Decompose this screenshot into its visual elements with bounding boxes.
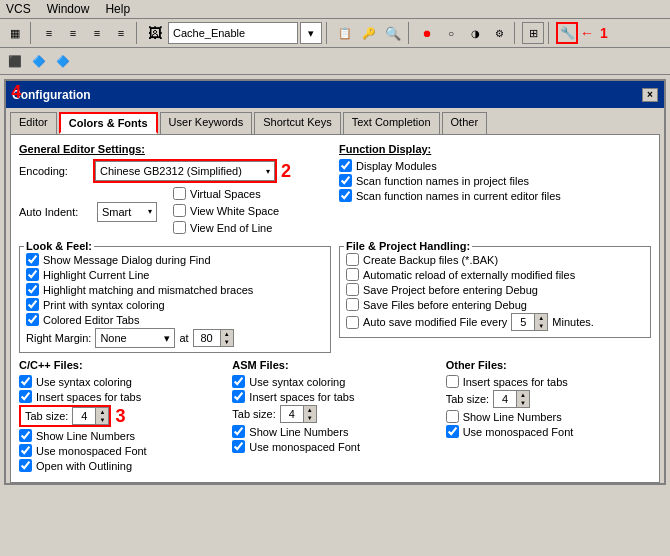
tab-editor[interactable]: Editor	[10, 112, 57, 134]
highlight-braces-label: Highlight matching and mismatched braces	[43, 284, 253, 296]
cache-combo[interactable]: Cache_Enable	[168, 22, 298, 44]
toolbar-btn-search[interactable]: 🔍	[382, 22, 404, 44]
menu-vcs[interactable]: VCS	[6, 2, 31, 16]
tab-text-completion[interactable]: Text Completion	[343, 112, 440, 134]
cpp-linenums-check[interactable]	[19, 429, 32, 442]
auto-indent-row: Auto Indent: Smart ▾ Virtual Spaces View…	[19, 187, 331, 236]
asm-spaces-check[interactable]	[232, 390, 245, 403]
toolbar-btn-1[interactable]: ▦	[4, 22, 26, 44]
indent-dropdown[interactable]: Smart ▾	[97, 202, 157, 222]
toolbar-btn-red[interactable]: ⏺	[416, 22, 438, 44]
cpp-syntax-row: Use syntax coloring	[19, 375, 224, 388]
highlight-line-check[interactable]	[26, 268, 39, 281]
asm-tabsize-value[interactable]	[280, 405, 304, 423]
toolbar2-btn-3[interactable]: 🔷	[52, 50, 74, 72]
toolbar-btn-5[interactable]: ≡	[110, 22, 132, 44]
other-spaces-check[interactable]	[446, 375, 459, 388]
view-whitespace-row: View White Space	[173, 204, 279, 217]
tab-user-keywords[interactable]: User Keywords	[160, 112, 253, 134]
cpp-syntax-label: Use syntax coloring	[36, 376, 132, 388]
cpp-spin-up[interactable]: ▲	[96, 408, 108, 416]
dialog-titlebar: Configuration 4 ×	[6, 81, 664, 108]
toolbar-btn-4[interactable]: ≡	[86, 22, 108, 44]
asm-monospaced-check[interactable]	[232, 440, 245, 453]
menu-help[interactable]: Help	[105, 2, 130, 16]
save-files-check[interactable]	[346, 298, 359, 311]
asm-spin-up[interactable]: ▲	[304, 406, 316, 414]
auto-reload-check[interactable]	[346, 268, 359, 281]
toolbar-btn-2[interactable]: ≡	[38, 22, 60, 44]
asm-linenums-check[interactable]	[232, 425, 245, 438]
close-button[interactable]: ×	[642, 88, 658, 102]
cpp-tabsize-value[interactable]	[72, 407, 96, 425]
toolbar-btn-grid[interactable]: ⊞	[522, 22, 544, 44]
backup-label: Create Backup files (*.BAK)	[363, 254, 498, 266]
scan-project-check[interactable]	[339, 174, 352, 187]
other-tabsize-value[interactable]	[493, 390, 517, 408]
margin-value[interactable]	[193, 329, 221, 347]
cpp-monospaced-check[interactable]	[19, 444, 32, 457]
display-modules-row: Display Modules	[339, 159, 651, 172]
tab-shortcut-keys[interactable]: Shortcut Keys	[254, 112, 340, 134]
toolbar-btn-book[interactable]: 📋	[334, 22, 356, 44]
toolbar-btn-key[interactable]: 🔑	[358, 22, 380, 44]
auto-save-value[interactable]	[511, 313, 535, 331]
cpp-files-section: C/C++ Files: Use syntax coloring Insert …	[19, 359, 224, 474]
asm-monospaced-label: Use monospaced Font	[249, 441, 360, 453]
highlight-braces-row: Highlight matching and mismatched braces	[26, 283, 324, 296]
cpp-syntax-check[interactable]	[19, 375, 32, 388]
file-project-title: File & Project Handling:	[344, 240, 472, 252]
margin-spin-up[interactable]: ▲	[221, 330, 233, 338]
highlight-braces-check[interactable]	[26, 283, 39, 296]
display-modules-label: Display Modules	[356, 160, 437, 172]
toolbar-btn-c[interactable]: ◑	[464, 22, 486, 44]
toolbar2-btn-1[interactable]: ⬛	[4, 50, 26, 72]
margin-spin-down[interactable]: ▼	[221, 338, 233, 346]
print-syntax-label: Print with syntax coloring	[43, 299, 165, 311]
cpp-spaces-check[interactable]	[19, 390, 32, 403]
wrench-btn[interactable]: 🔧	[556, 22, 578, 44]
asm-syntax-check[interactable]	[232, 375, 245, 388]
other-monospaced-check[interactable]	[446, 425, 459, 438]
msg-dialog-check[interactable]	[26, 253, 39, 266]
general-editor-section: General Editor Settings: Encoding: Chine…	[19, 143, 331, 240]
virtual-spaces-check[interactable]	[173, 187, 186, 200]
asm-linenums-label: Show Line Numbers	[249, 426, 348, 438]
toolbar-btn-3[interactable]: ≡	[62, 22, 84, 44]
asm-tabsize-spinbox: ▲ ▼	[280, 405, 317, 423]
print-syntax-check[interactable]	[26, 298, 39, 311]
other-title: Other Files:	[446, 359, 651, 371]
asm-spaces-label: Insert spaces for tabs	[249, 391, 354, 403]
other-tabsize-spin-btns: ▲ ▼	[517, 390, 530, 408]
print-syntax-row: Print with syntax coloring	[26, 298, 324, 311]
cpp-spin-down[interactable]: ▼	[96, 416, 108, 424]
auto-save-spin-down[interactable]: ▼	[535, 322, 547, 330]
auto-save-check[interactable]	[346, 316, 359, 329]
virtual-spaces-row: Virtual Spaces	[173, 187, 279, 200]
other-linenums-check[interactable]	[446, 410, 459, 423]
toolbar-btn-img[interactable]: 🖼	[144, 22, 166, 44]
right-margin-dropdown[interactable]: None ▾	[95, 328, 175, 348]
other-spin-up[interactable]: ▲	[517, 391, 529, 399]
asm-syntax-row: Use syntax coloring	[232, 375, 437, 388]
save-project-check[interactable]	[346, 283, 359, 296]
view-whitespace-check[interactable]	[173, 204, 186, 217]
combo-arrow-btn[interactable]: ▾	[300, 22, 322, 44]
tab-colors-fonts[interactable]: Colors & Fonts	[59, 112, 158, 134]
colored-tabs-check[interactable]	[26, 313, 39, 326]
toolbar-btn-circle[interactable]: ○	[440, 22, 462, 44]
menu-window[interactable]: Window	[47, 2, 90, 16]
view-eol-check[interactable]	[173, 221, 186, 234]
display-modules-check[interactable]	[339, 159, 352, 172]
cpp-outlining-check[interactable]	[19, 459, 32, 472]
encoding-dropdown[interactable]: Chinese GB2312 (Simplified) ▾	[95, 161, 275, 181]
backup-check[interactable]	[346, 253, 359, 266]
other-spin-down[interactable]: ▼	[517, 399, 529, 407]
asm-spin-down[interactable]: ▼	[304, 414, 316, 422]
tab-other[interactable]: Other	[442, 112, 488, 134]
auto-save-spin-up[interactable]: ▲	[535, 314, 547, 322]
scan-current-check[interactable]	[339, 189, 352, 202]
toolbar-btn-star[interactable]: ⚙	[488, 22, 510, 44]
toolbar2-btn-2[interactable]: 🔷	[28, 50, 50, 72]
asm-tabsize-spin-btns: ▲ ▼	[304, 405, 317, 423]
